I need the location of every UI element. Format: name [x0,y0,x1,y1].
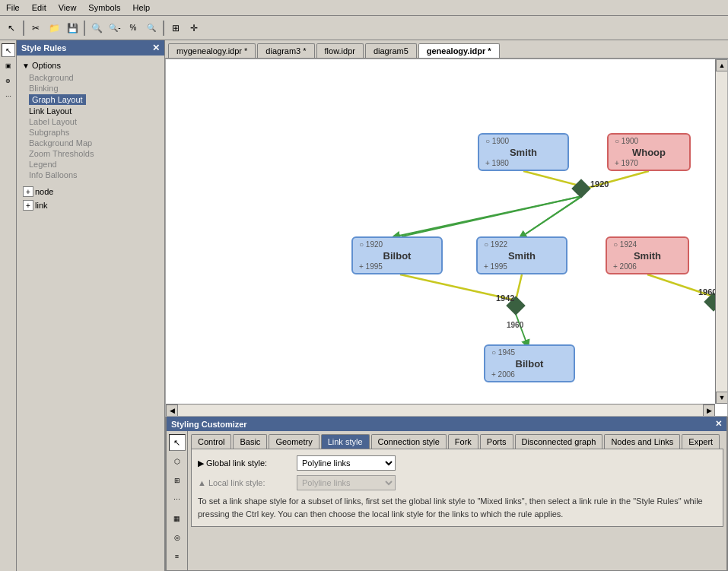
tab-mygenealogy[interactable]: mygenealogy.idpr * [168,43,256,58]
c-icon-pointer[interactable]: ↖ [169,434,186,451]
whoop-year-bottom: + 1970 [615,159,638,167]
menubar: File Edit View Symbols Help [0,0,728,16]
svg-line-3 [522,196,582,236]
horizontal-scrollbar[interactable]: ◀ ▶ [166,404,715,416]
menu-symbols[interactable]: Symbols [82,2,126,14]
smith3-year-bottom: + 2006 [613,262,637,271]
tree-blinking[interactable]: Blinking [29,83,161,94]
scroll-track-h[interactable] [178,404,703,416]
tree-view: ▼ Options Background Blinking Graph Layo… [17,56,164,571]
tree-graph-layout[interactable]: Graph Layout [29,94,161,106]
grid-button[interactable]: ⊞ [167,20,184,36]
zoom-out-button[interactable]: 🔍- [106,20,123,36]
tree-options[interactable]: ▼ Options [20,59,161,72]
global-link-style-select[interactable]: Polyline links [297,455,396,471]
ctab-expert[interactable]: Expert [682,434,720,449]
tab-diagram3[interactable]: diagram3 * [257,43,314,58]
options-toggle[interactable]: ▼ [20,59,32,71]
tabs-row: mygenealogy.idpr * diagram3 * flow.idpr … [165,40,728,59]
open-button[interactable]: 📁 [46,20,62,36]
smith2-year-top: ○ 1922 [484,240,507,249]
options-label: Options [32,61,61,70]
scroll-track-v[interactable] [716,71,727,392]
link-expand-icon[interactable]: + [23,200,33,211]
local-link-style-row: ▲ Local link style: Polyline links [198,475,717,490]
zoom-fit-button[interactable]: 🔍 [143,20,160,36]
ctab-geometry[interactable]: Geometry [269,434,319,449]
node-smith3[interactable]: ○ 1924 Smith + 2006 [606,236,689,274]
ctab-ports[interactable]: Ports [480,434,513,449]
svg-line-4 [396,196,582,236]
customizer-close-button[interactable]: ✕ [715,419,722,429]
vertical-scrollbar[interactable]: ▲ ▼ [715,59,727,404]
node-whoop[interactable]: ○ 1900 Whoop + 1970 [607,133,691,171]
tree-link[interactable]: + link [20,198,161,212]
scroll-down-button[interactable]: ▼ [716,392,728,404]
local-link-style-select[interactable]: Polyline links [297,475,396,490]
menu-help[interactable]: Help [127,2,157,14]
zoom-percent-button[interactable]: % [125,20,141,36]
tool-icon-4[interactable]: ⋯ [2,89,15,103]
scroll-right-button[interactable]: ▶ [703,404,715,417]
ctab-nodes-links[interactable]: Nodes and Links [604,434,680,449]
tree-background[interactable]: Background [29,72,161,83]
toolbar-sep-1 [23,21,24,36]
c-icon-node[interactable]: ⬡ [169,453,186,470]
customizer-content: ▶ Global link style: Polyline links ▲ Lo… [191,449,723,527]
smith1-year-top: ○ 1900 [485,137,509,145]
tree-link-layout[interactable]: Link Layout [29,106,161,116]
ctab-control[interactable]: Control [191,434,231,449]
left-icon-strip: ↖ ▣ ⊕ ⋯ [0,40,17,571]
c-icon-circle[interactable]: ◎ [169,529,186,546]
ctab-fork[interactable]: Fork [448,434,478,449]
ctab-basic[interactable]: Basic [233,434,267,449]
c-icon-link[interactable]: ⊞ [169,472,186,489]
tab-genealogy[interactable]: genealogy.idpr * [418,43,500,58]
whoop-label: Whoop [632,147,666,158]
tool-icon-2[interactable]: ▣ [2,59,15,72]
ctab-disconnected-graph[interactable]: Disconnected graph [515,434,603,449]
menu-file[interactable]: File [0,2,26,14]
smith2-year-bottom: + 1995 [484,262,507,271]
info-text: To set a link shape style for a subset o… [198,495,717,520]
zoom-thresholds-label: Zoom Thresholds [29,149,94,158]
tree-info-balloons[interactable]: Info Balloons [29,170,161,180]
label-layout-label: Label Layout [29,117,77,126]
tree-subgraphs[interactable]: Subgraphs [29,127,161,138]
style-rules-title: Style Rules ✕ [17,40,164,56]
node-smith2[interactable]: ○ 1922 Smith + 1995 [476,236,567,274]
tree-node[interactable]: + node [20,185,161,198]
node-smith1[interactable]: ○ 1900 Smith + 1980 [478,133,569,171]
ctab-link-style[interactable]: Link style [321,434,370,449]
tool-icon-3[interactable]: ⊕ [2,74,15,87]
add-button[interactable]: ✛ [186,20,202,36]
close-panel-button[interactable]: ✕ [152,43,160,53]
bilbot1-label: Bilbot [383,250,412,262]
tree-label-layout[interactable]: Label Layout [29,116,161,127]
c-icon-dots[interactable]: ⋯ [169,491,186,508]
global-link-style-label: ▶ Global link style: [198,458,297,468]
tab-diagram5[interactable]: diagram5 [365,43,417,58]
menu-edit[interactable]: Edit [26,2,52,14]
diamond-1920 [571,179,590,198]
c-icon-lines[interactable]: ≡ [169,548,186,565]
tree-background-map[interactable]: Background Map [29,138,161,148]
scroll-left-button[interactable]: ◀ [166,404,178,417]
node-expand-icon[interactable]: + [23,186,33,197]
zoom-in-button[interactable]: 🔍 [88,20,105,36]
tree-zoom-thresholds[interactable]: Zoom Thresholds [29,148,161,159]
tree-legend[interactable]: Legend [29,159,161,170]
toolbar-sep-2 [84,21,85,36]
menu-view[interactable]: View [52,2,83,14]
node-bilbot2[interactable]: ○ 1945 Bilbot + 2006 [484,344,575,382]
node-bilbot1[interactable]: ○ 1920 Bilbot + 1995 [351,236,443,274]
cut-button[interactable]: ✂ [27,20,44,36]
ctab-connection-style[interactable]: Connection style [371,434,447,449]
pointer-tool[interactable]: ↖ [3,20,20,36]
scroll-up-button[interactable]: ▲ [716,59,728,71]
c-icon-grid[interactable]: ▦ [169,510,186,527]
select-tool-icon[interactable]: ↖ [2,43,15,57]
diagram-canvas[interactable]: ○ 1900 Smith + 1980 ○ 1900 Whoop + 1970 … [165,59,728,417]
tab-flow[interactable]: flow.idpr [316,43,364,58]
save-button[interactable]: 💾 [64,20,81,36]
